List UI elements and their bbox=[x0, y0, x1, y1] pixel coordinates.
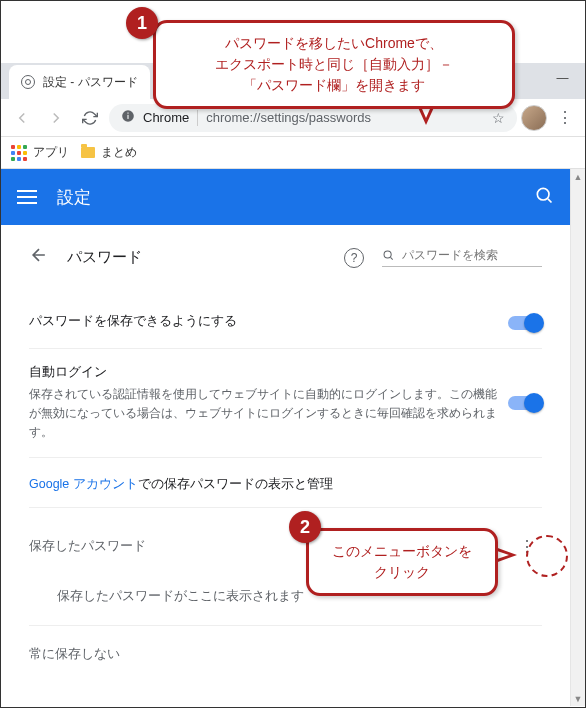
annotation-badge-2: 2 bbox=[289, 511, 321, 543]
settings-body: パスワード ? パスワードを保存できるようにする 自動ログイン bbox=[1, 225, 570, 663]
password-search[interactable] bbox=[382, 248, 542, 267]
auto-login-row: 自動ログイン 保存されている認証情報を使用してウェブサイトに自動的にログインしま… bbox=[29, 349, 542, 458]
bookmark-star-icon[interactable]: ☆ bbox=[492, 110, 505, 126]
window-controls: — bbox=[540, 63, 585, 93]
menu-hamburger-icon[interactable] bbox=[17, 190, 37, 204]
auto-login-description: 保存されている認証情報を使用してウェブサイトに自動的にログインします。この機能が… bbox=[29, 385, 508, 443]
scrollbar[interactable]: ▲ ▼ bbox=[570, 169, 585, 706]
never-save-section: 常に保存しない bbox=[29, 625, 542, 663]
apps-label: アプリ bbox=[33, 144, 69, 161]
omnibox-path: chrome://settings/passwords bbox=[206, 110, 371, 125]
search-icon bbox=[382, 248, 394, 262]
annotation-callout-2: このメニューボタンを クリック bbox=[306, 528, 498, 596]
scroll-down-arrow[interactable]: ▼ bbox=[571, 691, 585, 706]
save-passwords-toggle[interactable] bbox=[508, 316, 542, 330]
auto-login-title: 自動ログイン bbox=[29, 363, 508, 381]
gear-icon bbox=[21, 75, 35, 89]
profile-avatar[interactable] bbox=[521, 105, 547, 131]
save-passwords-row: パスワードを保存できるようにする bbox=[29, 298, 542, 349]
callout1-line2: エクスポート時と同じ［自動入力］－ bbox=[174, 54, 494, 75]
bookmark-folder-label: まとめ bbox=[101, 144, 137, 161]
google-account-link[interactable]: Google アカウント bbox=[29, 477, 138, 491]
google-account-link-row: Google アカウントでの保存パスワードの表示と管理 bbox=[29, 458, 542, 507]
back-button[interactable] bbox=[7, 103, 37, 133]
callout2-line1: このメニューボタンを bbox=[327, 541, 477, 562]
callout2-tail bbox=[495, 547, 517, 563]
svg-rect-1 bbox=[127, 115, 128, 119]
settings-title: 設定 bbox=[57, 186, 91, 209]
annotation-highlight-circle bbox=[526, 535, 568, 577]
apps-grid-icon bbox=[11, 145, 27, 161]
svg-rect-2 bbox=[127, 113, 128, 114]
settings-appbar: 設定 bbox=[1, 169, 570, 225]
browser-menu-button[interactable]: ⋮ bbox=[551, 108, 579, 127]
minimize-button[interactable]: — bbox=[540, 63, 585, 93]
annotation-badge-1: 1 bbox=[126, 7, 158, 39]
browser-tab[interactable]: 設定 - パスワード bbox=[9, 65, 150, 99]
reload-button[interactable] bbox=[75, 103, 105, 133]
bookmarks-bar: アプリ まとめ bbox=[1, 137, 585, 169]
save-passwords-label: パスワードを保存できるようにする bbox=[29, 312, 508, 330]
annotation-callout-1: パスワードを移したいChromeで、 エクスポート時と同じ［自動入力］－ 「パス… bbox=[153, 20, 515, 109]
scroll-up-arrow[interactable]: ▲ bbox=[571, 169, 585, 184]
site-info-icon[interactable] bbox=[121, 109, 135, 126]
svg-point-3 bbox=[537, 188, 549, 200]
settings-search-icon[interactable] bbox=[534, 185, 554, 210]
password-search-input[interactable] bbox=[402, 248, 542, 262]
callout1-line1: パスワードを移したいChromeで、 bbox=[174, 33, 494, 54]
never-save-label: 常に保存しない bbox=[29, 647, 120, 661]
google-account-link-suffix: での保存パスワードの表示と管理 bbox=[138, 477, 333, 491]
back-arrow-icon[interactable] bbox=[29, 245, 49, 270]
omnibox-divider bbox=[197, 110, 198, 126]
help-icon[interactable]: ? bbox=[344, 248, 364, 268]
apps-shortcut[interactable]: アプリ bbox=[11, 144, 69, 161]
saved-passwords-label: 保存したパスワード bbox=[29, 538, 146, 555]
omnibox-host: Chrome bbox=[143, 110, 189, 125]
bookmark-folder[interactable]: まとめ bbox=[81, 144, 137, 161]
callout2-line2: クリック bbox=[327, 562, 477, 583]
tab-title: 設定 - パスワード bbox=[43, 74, 138, 91]
forward-button[interactable] bbox=[41, 103, 71, 133]
folder-icon bbox=[81, 147, 95, 158]
auto-login-toggle[interactable] bbox=[508, 396, 542, 410]
sub-header: パスワード ? bbox=[29, 245, 542, 270]
callout1-line3: 「パスワード欄」を開きます bbox=[174, 75, 494, 96]
svg-point-4 bbox=[384, 251, 391, 258]
page-title: パスワード bbox=[67, 248, 142, 267]
